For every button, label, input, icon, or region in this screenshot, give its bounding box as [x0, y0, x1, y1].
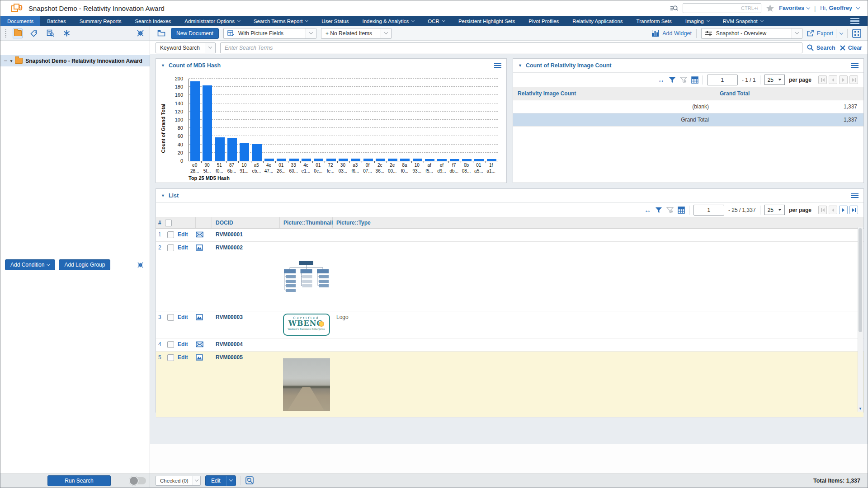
thumbnail-cell[interactable] [280, 338, 333, 351]
search-mode-chevron[interactable] [205, 43, 215, 53]
dashboard-select-chevron[interactable] [792, 28, 802, 38]
list-page-input[interactable] [693, 205, 724, 216]
nav-tab-indexing-analytics[interactable]: Indexing & Analytics [355, 16, 421, 26]
search-mode-select[interactable]: Keyword Search [156, 42, 216, 53]
thumbnail-cell[interactable] [280, 242, 333, 311]
bar[interactable] [413, 159, 422, 161]
bar[interactable] [289, 159, 299, 161]
row-checkbox[interactable] [167, 231, 174, 238]
bar[interactable] [474, 159, 484, 161]
row-checkbox[interactable] [167, 314, 174, 321]
related-items-select[interactable]: + No Related Items [321, 28, 392, 39]
bar[interactable] [190, 81, 200, 161]
column-header[interactable]: Grand Total [715, 87, 863, 100]
view-select[interactable]: With Picture Fields [223, 28, 316, 39]
docid-link[interactable]: RVM00003 [212, 311, 280, 338]
favorites-star-icon[interactable] [766, 4, 774, 12]
bar[interactable] [450, 159, 459, 161]
new-document-button[interactable]: New Document [171, 28, 219, 39]
nav-tab-user-status[interactable]: User Status [315, 16, 355, 26]
widget-menu-icon[interactable] [851, 193, 859, 198]
last-page-button[interactable] [849, 206, 858, 214]
user-menu[interactable]: Hi,Geoffrey [820, 5, 859, 11]
docid-link[interactable]: RVM00004 [212, 338, 280, 351]
column-header-type[interactable]: Picture::Type [333, 217, 863, 228]
view-select-chevron[interactable] [306, 28, 316, 38]
nav-tab-administrator-options[interactable]: Administrator Options [178, 16, 247, 26]
dashboard-select[interactable]: Snapshot - Overview [701, 28, 802, 39]
next-page-button[interactable] [839, 206, 848, 214]
column-header[interactable]: Relativity Image Count [513, 87, 715, 100]
bar[interactable] [264, 159, 274, 161]
docid-link[interactable]: RVM00002 [212, 242, 280, 311]
collapse-conditions-icon[interactable] [135, 260, 145, 270]
bar[interactable] [240, 143, 249, 161]
nav-tab-relativity-applications[interactable]: Relativity Applications [566, 16, 629, 26]
bar[interactable] [363, 159, 373, 161]
row-checkbox[interactable] [167, 341, 174, 348]
grid-layout-icon[interactable] [678, 206, 685, 214]
tree-expander-icon[interactable]: ▾ [10, 59, 13, 63]
column-header-thumbnail[interactable]: Picture::Thumbnail [280, 217, 333, 228]
grid-layout-icon[interactable] [691, 76, 698, 84]
nav-tab-ocr[interactable]: OCR [421, 16, 452, 26]
nav-menu-icon[interactable] [842, 16, 868, 26]
add-logic-group-button[interactable]: Add Logic Group [59, 259, 110, 270]
tree-item-workspace[interactable]: ┄ ▾ Snapshot Demo - Relativity Innovatio… [0, 55, 150, 66]
bar[interactable] [215, 137, 225, 161]
bar[interactable] [339, 159, 348, 161]
bar[interactable] [400, 159, 410, 161]
saved-search-icon[interactable] [45, 28, 55, 38]
drag-handle[interactable] [5, 29, 6, 38]
checked-items-select[interactable]: Checked (0) [156, 476, 201, 486]
preview-icon[interactable] [245, 476, 255, 485]
related-select-chevron[interactable] [381, 28, 391, 38]
nav-tab-search-terms-report[interactable]: Search Terms Report [247, 16, 315, 26]
dashboard-grid-icon[interactable] [852, 29, 861, 38]
folder-outline-icon[interactable] [156, 28, 166, 38]
field-tree-tag-icon[interactable] [29, 28, 39, 38]
add-condition-button[interactable]: Add Condition [5, 259, 55, 270]
bar[interactable] [227, 138, 237, 161]
widget-menu-icon[interactable] [494, 63, 501, 68]
bar[interactable] [314, 159, 323, 161]
collapse-widget-icon[interactable]: ▼ [161, 193, 165, 198]
filter-icon[interactable] [669, 77, 676, 83]
nav-tab-summary-reports[interactable]: Summary Reports [73, 16, 128, 26]
mass-edit-button[interactable]: Edit [205, 475, 236, 486]
pivot-page-input[interactable] [707, 75, 738, 85]
edit-link[interactable]: Edit [178, 231, 188, 238]
bar[interactable] [302, 159, 311, 161]
nav-tab-imaging[interactable]: Imaging [679, 16, 716, 26]
nav-tab-transform-sets[interactable]: Transform Sets [630, 16, 679, 26]
bar[interactable] [437, 159, 447, 161]
quick-search-input[interactable] [683, 3, 761, 13]
scroll-down-icon[interactable]: ▼ [858, 405, 863, 412]
edit-link[interactable]: Edit [178, 354, 188, 361]
thumbnail-cell[interactable]: CertifiedWBENCWomen's Business Enterpris… [280, 311, 333, 338]
nav-tab-documents[interactable]: Documents [0, 16, 40, 26]
checked-select-chevron[interactable] [193, 476, 200, 485]
list-scrollbar[interactable]: ▼ [858, 227, 863, 412]
pivot-row[interactable]: Grand Total1,337 [513, 113, 863, 127]
docid-link[interactable]: RVM00001 [212, 229, 280, 241]
bar[interactable] [462, 159, 472, 161]
add-widget-button[interactable]: Add Widget [652, 30, 692, 37]
list-page-size-select[interactable]: 25 [764, 205, 785, 215]
widget-menu-icon[interactable] [851, 63, 859, 68]
edit-link[interactable]: Edit [178, 244, 188, 251]
search-panel-toggle[interactable] [130, 477, 146, 484]
bar[interactable] [388, 159, 397, 161]
folders-browser-icon[interactable] [13, 28, 23, 38]
favorites-menu[interactable]: Favorites [779, 5, 810, 11]
docid-link[interactable]: RVM00005 [212, 352, 280, 417]
expand-width-icon[interactable]: ↔ [644, 206, 651, 213]
collapse-panel-icon[interactable] [135, 28, 145, 38]
search-button[interactable]: Search [807, 44, 835, 51]
clear-button[interactable]: Clear [840, 45, 862, 51]
export-chevron[interactable] [836, 29, 843, 38]
scrollbar-thumb[interactable] [859, 228, 862, 332]
quick-search-icon[interactable] [670, 5, 678, 12]
export-button[interactable]: Export [807, 30, 833, 37]
select-all-checkbox[interactable] [165, 220, 172, 226]
